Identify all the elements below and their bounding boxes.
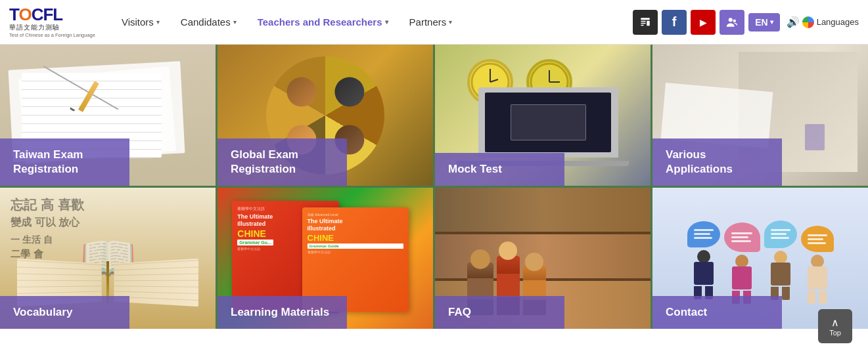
taiwan-exam-cell[interactable]: Taiwan Exam Registration <box>0 45 216 186</box>
youtube-button[interactable]: ▶ <box>691 10 716 35</box>
chevron-down-icon: ▾ <box>449 18 452 26</box>
mock-test-label: Mock Test <box>435 153 564 186</box>
language-button[interactable]: EN ▾ <box>748 13 779 32</box>
contact-label: Contact <box>652 296 782 329</box>
logo[interactable]: TOCFL 華語文能力測驗 Test of Chinese as a Forei… <box>9 6 95 38</box>
facebook-button[interactable]: f <box>662 10 687 35</box>
speaker-icon: 🔊 <box>787 16 800 28</box>
global-exam-label: Global Exam Registration <box>217 138 347 186</box>
lang-chevron-icon: ▾ <box>770 18 773 26</box>
svg-point-5 <box>729 18 733 22</box>
logo-tocfl: TOCFL <box>9 6 62 23</box>
vocabulary-cell[interactable]: 忘記 高 喜歡 變成 可以 放心 一 生活 自 二學 會 Vocabulary <box>0 188 216 329</box>
nav-visitors[interactable]: Visitors ▾ <box>111 0 170 45</box>
svg-rect-2 <box>641 22 646 24</box>
taiwan-exam-label: Taiwan Exam Registration <box>0 138 129 186</box>
nav-icon-group: f ▶ EN ▾ 🔊 Languages <box>633 10 859 35</box>
faq-label: FAQ <box>435 296 564 329</box>
svg-point-6 <box>733 19 737 22</box>
nav-partners[interactable]: Partners ▾ <box>399 0 463 45</box>
translate-label: Languages <box>817 17 859 27</box>
faq-cell[interactable]: FAQ <box>435 188 651 329</box>
google-g-icon <box>802 16 814 28</box>
contact-cell[interactable]: Contact <box>652 188 868 329</box>
back-to-top-button[interactable]: ∧ Top <box>818 309 852 343</box>
chevron-down-icon: ▾ <box>233 18 237 26</box>
nav-links: Visitors ▾ Candidates ▾ Teachers and Res… <box>111 0 633 45</box>
global-exam-cell[interactable]: Global Exam Registration <box>217 45 433 186</box>
logo-chinese: 華語文能力測驗 <box>9 23 60 32</box>
learning-materials-cell[interactable]: 看圖學中文法語 The UltimateIllustrated CHINE Gr… <box>217 188 433 329</box>
logo-english: Test of Chinese as a Foreign Language <box>9 32 95 38</box>
news-button[interactable] <box>633 10 658 35</box>
various-applications-cell[interactable]: Various Applications <box>652 45 868 186</box>
grid-container: Taiwan Exam Registration Global Exam Reg… <box>0 45 868 329</box>
top-label: Top <box>829 329 841 337</box>
nav-teachers[interactable]: Teachers and Researchers ▾ <box>247 0 399 45</box>
svg-rect-1 <box>641 20 646 22</box>
svg-rect-0 <box>641 18 650 20</box>
google-translate-button[interactable]: 🔊 Languages <box>787 16 859 28</box>
nav-candidates[interactable]: Candidates ▾ <box>170 0 247 45</box>
svg-rect-3 <box>641 24 644 26</box>
vocabulary-label: Vocabulary <box>0 296 129 329</box>
arrow-up-icon: ∧ <box>831 316 839 329</box>
navbar: TOCFL 華語文能力測驗 Test of Chinese as a Forei… <box>0 0 868 45</box>
learning-materials-label: Learning Materials <box>217 296 347 329</box>
chevron-down-icon: ▾ <box>385 18 388 26</box>
mock-test-cell[interactable]: Mock Test <box>435 45 651 186</box>
various-applications-label: Various Applications <box>652 138 782 186</box>
group-button[interactable] <box>720 10 744 35</box>
svg-rect-4 <box>647 20 650 26</box>
chevron-down-icon: ▾ <box>156 18 160 26</box>
